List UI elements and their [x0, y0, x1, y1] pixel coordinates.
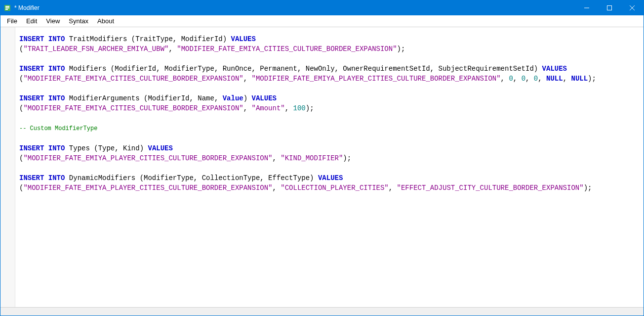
code-content[interactable]: INSERT INTO TraitModifiers (TraitType, M…	[19, 34, 640, 193]
window: * Modifier File Edit View Syntax About I…	[0, 0, 644, 316]
menu-file[interactable]: File	[2, 15, 22, 27]
svg-rect-3	[5, 9, 8, 10]
svg-rect-2	[5, 7, 9, 8]
title-bar: * Modifier	[0, 0, 644, 15]
horizontal-scrollbar[interactable]	[0, 307, 644, 316]
close-button[interactable]	[621, 0, 644, 15]
menu-bar: File Edit View Syntax About	[0, 15, 644, 27]
window-controls	[575, 0, 644, 15]
editor: INSERT INTO TraitModifiers (TraitType, M…	[0, 27, 644, 307]
menu-edit[interactable]: Edit	[22, 15, 41, 27]
window-title: * Modifier	[14, 4, 575, 11]
svg-rect-5	[607, 6, 612, 10]
menu-view[interactable]: View	[41, 15, 64, 27]
menu-syntax[interactable]: Syntax	[64, 15, 93, 27]
gutter	[0, 27, 15, 307]
svg-rect-1	[5, 6, 9, 7]
code-area[interactable]: INSERT INTO TraitModifiers (TraitType, M…	[15, 27, 644, 307]
minimize-button[interactable]	[575, 0, 598, 15]
maximize-button[interactable]	[598, 0, 621, 15]
menu-about[interactable]: About	[93, 15, 119, 27]
app-icon	[0, 0, 14, 15]
